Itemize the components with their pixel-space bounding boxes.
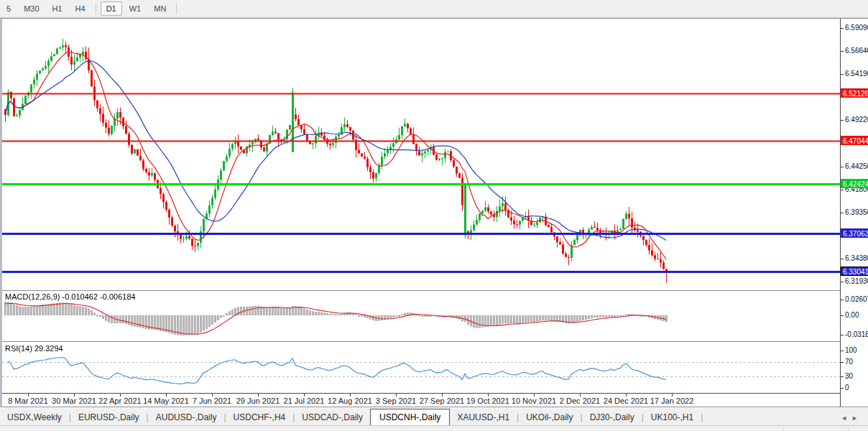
tab-usdcaddaily[interactable]: USDCAD-,Daily (295, 410, 370, 425)
date-label: 7 Jun 2021 (193, 397, 231, 405)
rsi-axis-tick (841, 362, 844, 363)
date-label: 14 May 2021 (143, 397, 189, 405)
timeframe-button-m30[interactable]: M30 (18, 1, 45, 16)
rsi-axis-tick (841, 388, 844, 389)
macd-label: MACD(12,26,9) -0.010462 -0.006184 (5, 292, 136, 301)
price-tag: 6.33041 (841, 267, 868, 276)
tab-dj30daily[interactable]: DJ30-,Daily (583, 410, 642, 425)
price-axis-tick (841, 28, 844, 29)
tab-scroll-left-icon[interactable]: ◄ (841, 414, 851, 422)
tab-scroll-arrows[interactable]: ◄► (841, 414, 868, 425)
date-label: 8 Mar 2021 (8, 397, 48, 405)
macd-axis-tick (841, 315, 844, 316)
rsi-axis-tick (841, 376, 844, 377)
price-axis: 6.590906.566406.541906.492206.442506.418… (840, 19, 868, 407)
chart-window: ▲USDCNH-,Daily6.33214 6.33747 6.32781 6.… (0, 18, 868, 407)
price-axis-tick (841, 282, 844, 282)
timeframe-button-5[interactable]: 5 (1, 1, 17, 16)
tab-usdxweekly[interactable]: USDX,Weekly (0, 410, 69, 425)
timeframe-button-mn[interactable]: MN (148, 1, 172, 16)
tab-audusddaily[interactable]: AUDUSD-,Daily (149, 410, 224, 425)
timeframe-button-d1[interactable]: D1 (101, 1, 122, 16)
date-label: 22 Apr 2021 (98, 397, 141, 405)
date-label: 10 Nov 2021 (512, 397, 556, 405)
timeframe-button-w1[interactable]: W1 (124, 1, 147, 16)
price-tag: 6.42424 (841, 179, 868, 188)
price-axis-tick (841, 213, 844, 213)
rsi-axis-label: 0 (845, 384, 849, 391)
date-label: 12 Aug 2021 (328, 397, 372, 405)
rsi-axis-tick (841, 351, 844, 351)
price-axis-tick (841, 74, 844, 75)
date-label: 24 Dec 2021 (604, 397, 648, 405)
rsi-axis-label: 30 (845, 372, 853, 380)
status-bar (0, 425, 868, 431)
rsi-label: RSI(14) 29.3294 (5, 344, 63, 353)
price-axis-label: 6.49220 (845, 116, 868, 124)
status-divider (783, 427, 784, 431)
timeframe-button-h1[interactable]: H1 (47, 1, 68, 16)
price-axis-label: 6.54190 (845, 70, 868, 78)
rsi-axis-label: 70 (845, 358, 853, 366)
tab-uk100h1[interactable]: UK100-,H1 (644, 410, 701, 425)
tab-ukoildaily[interactable]: UKOil-,Daily (519, 410, 580, 425)
price-tag: 6.47044 (841, 136, 868, 145)
macd-axis-label: -0.03187 (845, 330, 868, 338)
date-label: 27 Sep 2021 (420, 397, 464, 405)
date-label: 17 Jan 2022 (650, 397, 694, 405)
price-axis-tick (841, 259, 844, 259)
tab-eurusddaily[interactable]: EURUSD-,Daily (71, 410, 147, 425)
price-axis-tick (841, 51, 844, 52)
price-axis-label: 6.34380 (845, 254, 868, 262)
date-axis: 8 Mar 202130 Mar 202122 Apr 202114 May 2… (2, 393, 840, 407)
price-axis-label: 6.39350 (845, 208, 868, 216)
date-label: 29 Jun 2021 (236, 397, 280, 405)
date-label: 3 Sep 2021 (376, 397, 416, 405)
tab-xauusdh1[interactable]: XAUUSD-,H1 (450, 410, 517, 425)
date-label: 21 Jul 2021 (284, 397, 325, 405)
timeframe-toolbar: 5M30H1H4D1W1MN (0, 0, 868, 18)
rsi-chart[interactable] (2, 343, 840, 392)
chart-tab-bar: USDX,Weekly|EURUSD-,Daily|AUDUSD-,Daily|… (0, 407, 868, 425)
status-divider (848, 427, 849, 431)
toolbar-divider (96, 3, 96, 14)
price-axis-tick (841, 190, 844, 190)
price-axis-tick (841, 167, 844, 167)
price-tag: 6.37063 (841, 228, 868, 238)
date-label: 19 Oct 2021 (466, 397, 509, 405)
main-price-chart[interactable] (2, 19, 840, 290)
tab-usdcnhdaily[interactable]: USDCNH-,Daily (370, 409, 450, 426)
date-label: 2 Dec 2021 (560, 397, 600, 405)
price-tag: 6.52126 (841, 88, 868, 98)
toolbar-divider (176, 3, 177, 14)
date-label: 30 Mar 2021 (52, 397, 96, 405)
timeframe-button-h4[interactable]: H4 (70, 1, 91, 16)
macd-axis-tick (841, 335, 844, 335)
macd-axis-label: 0.02607 (845, 295, 868, 303)
panel-divider[interactable] (2, 341, 840, 343)
price-axis-label: 6.44250 (845, 162, 868, 170)
macd-axis-label: 0.00 (845, 311, 859, 319)
rsi-axis-label: 100 (845, 346, 857, 354)
tab-scroll-right-icon[interactable]: ► (851, 414, 862, 422)
price-axis-label: 6.56640 (845, 47, 868, 55)
price-axis-label: 6.31930 (845, 277, 868, 285)
tab-usdchfh4[interactable]: USDCHF-,H4 (226, 410, 293, 425)
tab-divider: | (701, 412, 703, 425)
price-axis-label: 6.59090 (845, 24, 868, 32)
price-axis-tick (841, 120, 844, 121)
macd-axis-tick (841, 300, 844, 300)
